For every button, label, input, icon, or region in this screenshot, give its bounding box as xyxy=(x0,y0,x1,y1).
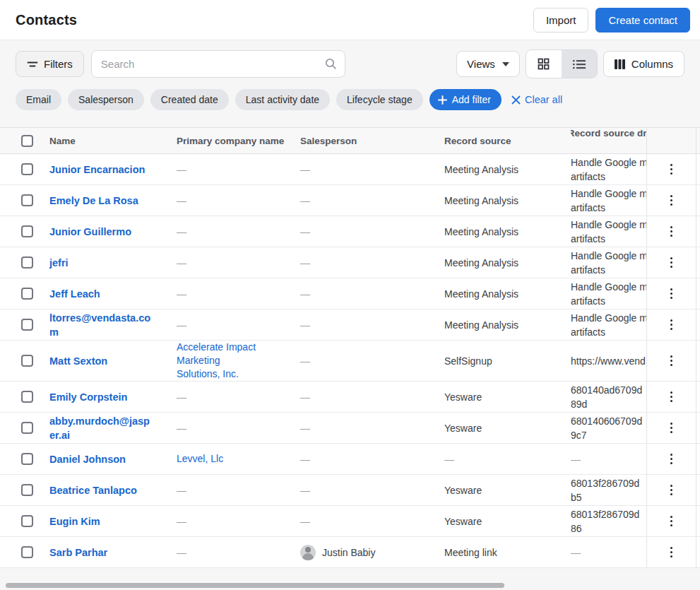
row-actions-cell xyxy=(646,309,696,340)
contact-name-link[interactable]: jefri xyxy=(49,256,69,270)
add-filter-label: Add filter xyxy=(452,94,491,105)
contact-name-link[interactable]: Emely De La Rosa xyxy=(49,194,138,208)
row-checkbox[interactable] xyxy=(21,355,33,367)
contact-name-link[interactable]: Beatrice Tanlapco xyxy=(49,483,137,497)
empty-value: — xyxy=(177,547,186,558)
row-checkbox[interactable] xyxy=(21,484,33,496)
record-source-cell: Yesware xyxy=(444,382,571,412)
row-checkbox-cell xyxy=(0,475,49,505)
row-checkbox[interactable] xyxy=(21,515,33,527)
record-source-drill-line: artifacts xyxy=(571,170,605,184)
name-cell: Eugin Kim xyxy=(49,506,177,536)
empty-value: — xyxy=(300,226,310,237)
row-checkbox[interactable] xyxy=(21,163,33,175)
grid-view-button[interactable] xyxy=(526,50,562,78)
create-contact-button[interactable]: Create contact xyxy=(595,8,690,33)
kebab-menu-button[interactable] xyxy=(666,284,677,304)
contact-name-link[interactable]: Daniel Johnson xyxy=(49,452,126,466)
company-name-link[interactable]: Levvel, Llc xyxy=(177,452,223,466)
record-source-cell: Meeting Analysis xyxy=(444,309,571,340)
list-view-button[interactable] xyxy=(562,50,597,78)
row-checkbox[interactable] xyxy=(21,288,33,300)
row-checkbox[interactable] xyxy=(21,422,33,434)
column-header-salesperson[interactable]: Salesperson xyxy=(300,128,444,153)
kebab-menu-button[interactable] xyxy=(666,191,677,211)
record-source-drill-line: https://www.vend xyxy=(571,354,646,368)
empty-value: — xyxy=(300,319,310,331)
row-gutter xyxy=(696,309,700,340)
column-header-primary-company[interactable]: Primary company name xyxy=(177,128,300,153)
row-checkbox[interactable] xyxy=(21,194,33,206)
contact-name-link[interactable]: Eugin Kim xyxy=(49,514,100,529)
filter-chip-last-activity-date[interactable]: Last activity date xyxy=(235,89,330,110)
company-cell: — xyxy=(177,382,300,412)
company-cell: — xyxy=(177,309,300,340)
record-source-drill-line: b5 xyxy=(571,490,582,505)
filter-chip-lifecycle-stage[interactable]: Lifecycle stage xyxy=(336,89,423,110)
column-header-record-source-drill[interactable]: Record source dri xyxy=(571,128,646,153)
kebab-menu-button[interactable] xyxy=(666,315,677,335)
row-actions-cell xyxy=(646,185,696,216)
name-cell: Sarb Parhar xyxy=(49,537,177,567)
filter-chip-salesperson[interactable]: Salesperson xyxy=(68,89,144,110)
record-source-cell: Meeting link xyxy=(444,537,571,567)
kebab-menu-button[interactable] xyxy=(666,222,677,242)
row-checkbox[interactable] xyxy=(21,319,33,331)
clear-all-button[interactable]: Clear all xyxy=(511,94,562,105)
contact-name-link[interactable]: Jeff Leach xyxy=(49,287,100,301)
name-cell: Matt Sexton xyxy=(49,341,177,381)
empty-value: — xyxy=(177,257,186,269)
contact-name-link[interactable]: ltorres@vendasta.com xyxy=(49,311,155,339)
kebab-menu-button[interactable] xyxy=(666,480,677,500)
record-source-drill-line: Handle Google m xyxy=(571,280,646,294)
page-title: Contacts xyxy=(16,12,77,28)
kebab-menu-button[interactable] xyxy=(666,387,677,407)
filter-chip-created-date[interactable]: Created date xyxy=(150,89,229,110)
contact-name-link[interactable]: Junior Encarnacion xyxy=(49,163,145,177)
contact-name-link[interactable]: Matt Sexton xyxy=(49,354,107,368)
row-checkbox[interactable] xyxy=(21,225,33,237)
import-button[interactable]: Import xyxy=(533,8,589,33)
table-row: Jeff Leach——Meeting AnalysisHandle Googl… xyxy=(0,278,700,309)
record-source-cell: — xyxy=(444,444,571,474)
kebab-menu-button[interactable] xyxy=(666,418,677,438)
kebab-menu-button[interactable] xyxy=(666,351,677,371)
row-checkbox[interactable] xyxy=(21,256,33,269)
views-button[interactable]: Views xyxy=(456,51,520,77)
contact-name-link[interactable]: abby.murdoch@jasper.ai xyxy=(49,414,155,442)
company-name-link[interactable]: Accelerate Impact Marketing Solutions, I… xyxy=(177,341,266,381)
name-cell: jefri xyxy=(49,247,177,278)
column-header-record-source[interactable]: Record source xyxy=(444,128,571,153)
record-source-drill-cell: 680140606709d9c7 xyxy=(571,413,646,443)
empty-value: — xyxy=(177,485,186,496)
filters-button[interactable]: Filters xyxy=(16,51,84,77)
record-source-drill-line: 9c7 xyxy=(571,428,587,442)
kebab-menu-button[interactable] xyxy=(666,160,677,179)
salesperson-cell: — xyxy=(300,185,444,216)
kebab-menu-button[interactable] xyxy=(666,449,677,469)
contact-name-link[interactable]: Sarb Parhar xyxy=(49,545,107,560)
salesperson-cell: — xyxy=(300,444,444,474)
add-filter-button[interactable]: Add filter xyxy=(429,89,502,110)
kebab-menu-button[interactable] xyxy=(666,543,677,562)
salesperson-cell: — xyxy=(300,309,444,340)
kebab-menu-button[interactable] xyxy=(666,512,677,531)
salesperson-cell: — xyxy=(300,154,444,184)
contact-name-link[interactable]: Junior Guillermo xyxy=(49,225,131,239)
salesperson-cell: — xyxy=(300,341,444,381)
row-checkbox[interactable] xyxy=(21,391,33,403)
filter-chip-email[interactable]: Email xyxy=(16,89,61,110)
record-source-cell: Meeting Analysis xyxy=(444,247,571,278)
row-checkbox[interactable] xyxy=(21,453,33,465)
search-input[interactable] xyxy=(91,50,345,78)
columns-button[interactable]: Columns xyxy=(603,51,684,77)
company-cell: Levvel, Llc xyxy=(177,444,300,474)
horizontal-scrollbar-thumb[interactable] xyxy=(6,583,504,588)
list-icon xyxy=(573,59,586,69)
contact-name-link[interactable]: Emily Corpstein xyxy=(49,390,127,404)
kebab-menu-button[interactable] xyxy=(666,253,677,273)
column-header-name[interactable]: Name xyxy=(49,128,177,153)
empty-value: — xyxy=(177,288,186,300)
select-all-checkbox[interactable] xyxy=(21,135,33,147)
row-checkbox[interactable] xyxy=(21,546,33,558)
